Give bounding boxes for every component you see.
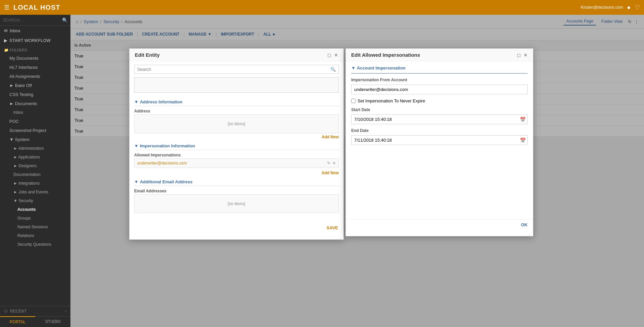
impersonation-item: underwriter@decisions.com ✎ ✕ (134, 158, 339, 168)
inbox-label: Inbox (10, 28, 20, 33)
impersonation-email[interactable]: underwriter@decisions.com (137, 161, 187, 166)
clock-icon: ⏲ (4, 309, 8, 314)
sidebar-tabs: PORTAL STUDIO (0, 316, 70, 327)
email-addresses-label: Email Addresses (134, 189, 339, 193)
sidebar-item-accounts[interactable]: Accounts (0, 205, 70, 214)
impersonation-delete-btn[interactable]: ✕ (332, 161, 336, 166)
sidebar-item-administration[interactable]: ► Administration (0, 144, 70, 153)
address-section-header[interactable]: ▼ Address Information (134, 97, 339, 106)
recent-collapse-icon: ‹ (65, 309, 66, 314)
impersonation-section-label: Impersonation Information (140, 143, 195, 148)
sidebar-item-jobs-events[interactable]: ► Jobs and Events (0, 188, 70, 196)
sidebar-item-my-documents[interactable]: My Documents (0, 54, 70, 63)
sidebar-item-css-testing[interactable]: CSS Testing (0, 90, 70, 99)
sidebar-item-start-workflow[interactable]: ▶ START WORKFLOW (0, 36, 70, 45)
impersonation-edit-btn[interactable]: ✎ (327, 161, 330, 166)
impersonation-actions: ✎ ✕ (327, 161, 336, 166)
edit-impersonation-modal-header: Edit Allowed Impersonations ◻ ✕ (346, 49, 533, 61)
end-date-input[interactable] (351, 135, 528, 145)
edit-entity-modal-header: Edit Entity ◻ ✕ (129, 49, 343, 61)
edit-entity-modal-controls: ◻ ✕ (327, 52, 338, 58)
account-impersonation-toggle-icon: ▼ (351, 65, 356, 71)
entity-text-area[interactable] (134, 77, 339, 93)
sidebar-search-bar[interactable]: 🔍 (0, 15, 70, 26)
end-date-calendar-icon[interactable]: 📅 (520, 138, 526, 143)
entity-search-icon: 🔍 (330, 67, 336, 72)
sidebar-item-poc[interactable]: POC (0, 117, 70, 126)
email-section-header[interactable]: ▼ Additional Email Address (134, 177, 339, 186)
entity-search-input[interactable] (137, 67, 330, 72)
edit-impersonation-footer: OK (346, 219, 533, 230)
hamburger-menu-icon[interactable]: ☰ (4, 4, 9, 11)
impersonation-resize-handle[interactable]: ⌞ (529, 232, 533, 236)
sidebar-item-system[interactable]: ▼ System (0, 135, 70, 144)
app-title: LOCAL HOST (13, 4, 60, 11)
impersonation-add-new-btn[interactable]: Add New (134, 169, 339, 177)
portal-tab[interactable]: PORTAL (0, 316, 35, 327)
search-icon: 🔍 (62, 17, 68, 23)
sidebar-item-security-questions[interactable]: Security Questions (0, 240, 70, 249)
sidebar-item-documentation[interactable]: Documentation (0, 170, 70, 179)
from-account-input[interactable] (351, 85, 528, 94)
folders-icon: 📁 (4, 48, 9, 52)
sidebar-item-groups[interactable]: Groups (0, 214, 70, 223)
never-expire-checkbox[interactable] (351, 99, 356, 103)
address-section-toggle-icon: ▼ (134, 99, 139, 104)
sidebar-item-hl7[interactable]: HL7 Interfaces (0, 63, 70, 72)
edit-entity-close-btn[interactable]: ✕ (334, 52, 338, 58)
start-date-calendar-icon[interactable]: 📅 (520, 117, 526, 122)
recent-label: RECENT (10, 309, 26, 314)
top-header: ☰ LOCAL HOST Kirsten@decisions.com ● ♡ (0, 0, 644, 15)
sidebar-item-documents[interactable]: ► Documents (0, 99, 70, 108)
edit-impersonation-close-btn[interactable]: ✕ (524, 52, 528, 58)
sidebar-item-screenshot-project[interactable]: Screenshot Project (0, 126, 70, 135)
edit-impersonation-modal: Edit Allowed Impersonations ◻ ✕ ▼ Accoun… (345, 48, 533, 236)
address-section-label: Address Information (140, 99, 182, 104)
account-impersonation-header[interactable]: ▼ Account Impersonation (351, 65, 528, 71)
impersonation-section-body: Allowed Impersonations underwriter@decis… (134, 153, 339, 177)
sidebar-item-bake-off[interactable]: ► Bake Off (0, 81, 70, 90)
sidebar-item-applications[interactable]: ► Applications (0, 153, 70, 161)
from-account-field: Impersonation From Account (351, 78, 528, 94)
start-date-wrap: 📅 (351, 113, 528, 124)
impersonation-section-header[interactable]: ▼ Impersonation Information (134, 141, 339, 150)
resize-handle[interactable]: ⌞ (339, 235, 343, 239)
edit-impersonation-restore-btn[interactable]: ◻ (517, 52, 521, 58)
sidebar-item-inbox2[interactable]: Inbox (0, 108, 70, 117)
sidebar-item-integrations[interactable]: ► Integrations (0, 179, 70, 188)
edit-impersonation-modal-controls: ◻ ✕ (517, 52, 528, 58)
start-workflow-label: START WORKFLOW (9, 38, 51, 43)
sidebar-item-security[interactable]: ▼ Security (0, 196, 70, 205)
ok-btn[interactable]: OK (521, 222, 528, 227)
edit-entity-modal: Edit Entity ◻ ✕ 🔍 ▼ Address Information (129, 48, 344, 240)
edit-entity-restore-btn[interactable]: ◻ (327, 52, 331, 58)
never-expire-row: Set Impersonation To Never Expire (351, 98, 528, 103)
edit-entity-save-btn[interactable]: SAVE (327, 225, 338, 230)
user-avatar-icon[interactable]: ● (627, 4, 631, 11)
main-content: ⌂ / System / Security / Accounts Account… (70, 15, 644, 327)
address-add-new-btn[interactable]: Add New (134, 133, 339, 141)
studio-tab[interactable]: STUDIO (35, 316, 70, 327)
sidebar-item-designers[interactable]: ► Designers (0, 161, 70, 170)
sidebar-item-all-assignments[interactable]: All Assignments (0, 72, 70, 81)
edit-impersonation-modal-title: Edit Allowed Impersonations (351, 52, 420, 58)
workflow-icon: ▶ (4, 38, 7, 43)
recent-section-header[interactable]: ⏲ RECENT ‹ (0, 306, 70, 316)
section-divider (351, 73, 528, 74)
address-field-label: Address (134, 109, 339, 113)
sidebar-item-inbox[interactable]: ✉ Inbox (0, 26, 70, 36)
start-date-label: Start Date (351, 107, 528, 112)
address-empty-list: [no items] (134, 114, 339, 133)
sidebar-item-named-sessions[interactable]: Named Sessions (0, 223, 70, 231)
from-account-label: Impersonation From Account (351, 78, 528, 82)
sidebar: 🔍 ✉ Inbox ▶ START WORKFLOW 📁 FOLDERS My … (0, 15, 70, 327)
start-date-input[interactable] (351, 114, 528, 124)
sidebar-item-relations[interactable]: Relations (0, 231, 70, 240)
never-expire-label: Set Impersonation To Never Expire (358, 98, 425, 103)
folders-label: FOLDERS (10, 48, 27, 52)
notification-bell-icon[interactable]: ♡ (635, 4, 640, 11)
address-section-body: Address [no items] Add New (134, 109, 339, 141)
folders-section-header: 📁 FOLDERS (0, 45, 70, 54)
search-input[interactable] (3, 18, 50, 22)
email-empty-list: [no items] (134, 194, 339, 213)
